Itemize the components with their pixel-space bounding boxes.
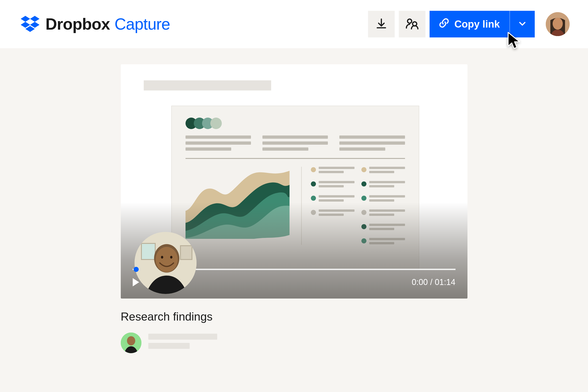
svg-rect-10 [141, 244, 155, 260]
author-meta-placeholder [148, 334, 217, 352]
svg-point-8 [553, 18, 563, 30]
dropbox-logo-icon [21, 16, 39, 32]
video-time-display: 0:00 / 01:14 [412, 278, 455, 287]
presenter-camera-bubble [134, 232, 196, 294]
copy-link-label: Copy link [454, 18, 500, 30]
svg-point-13 [156, 247, 178, 272]
copy-link-button[interactable]: Copy link [430, 11, 510, 38]
legend-item [361, 167, 405, 175]
play-button[interactable] [133, 278, 139, 286]
palette-dots [185, 118, 405, 129]
copy-link-dropdown[interactable] [510, 11, 535, 38]
video-player: 1.00x 0:00 / 01:14 [121, 64, 468, 298]
download-button[interactable] [368, 11, 395, 38]
svg-marker-0 [21, 16, 30, 22]
download-icon [375, 18, 387, 30]
svg-marker-1 [30, 16, 39, 22]
main-content: 1.00x 0:00 / 01:14 Research findings [0, 48, 588, 353]
video-title: Research findings [121, 310, 468, 323]
summary-columns [185, 136, 405, 154]
svg-point-17 [127, 336, 135, 346]
video-progress-knob[interactable] [134, 267, 139, 272]
legend-item [311, 181, 355, 189]
svg-point-14 [161, 256, 163, 258]
copy-link-group: Copy link [430, 11, 535, 38]
share-button[interactable] [399, 11, 426, 38]
author-row [121, 332, 468, 353]
chevron-down-icon [519, 20, 526, 28]
svg-rect-11 [180, 246, 192, 260]
brand: Dropbox Capture [21, 15, 170, 33]
legend-item [311, 167, 355, 175]
header-actions: Copy link [368, 11, 570, 38]
brand-secondary: Capture [114, 15, 170, 33]
legend-item [361, 181, 405, 189]
author-avatar[interactable] [121, 332, 141, 353]
svg-point-15 [170, 256, 172, 258]
user-avatar[interactable] [546, 12, 570, 36]
link-icon [439, 18, 449, 30]
document-title-placeholder [144, 80, 271, 90]
share-people-icon [406, 18, 419, 30]
divider [185, 158, 405, 159]
palette-dot [210, 118, 222, 129]
brand-primary: Dropbox [45, 15, 110, 33]
app-header: Dropbox Capture [0, 0, 588, 48]
brand-text: Dropbox Capture [45, 15, 170, 33]
svg-point-5 [408, 19, 412, 23]
